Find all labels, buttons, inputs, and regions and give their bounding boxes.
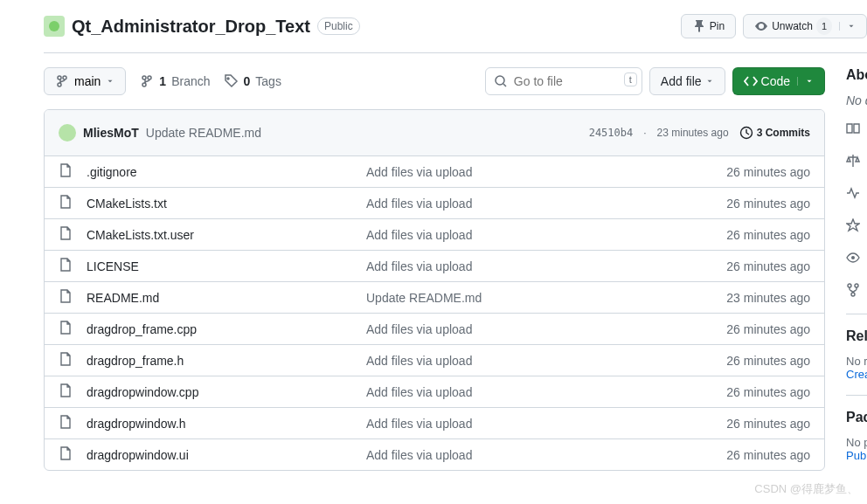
- branches-link[interactable]: 1 Branch: [140, 74, 210, 88]
- about-heading: About: [846, 67, 867, 83]
- search-icon: [494, 74, 508, 91]
- file-row: LICENSE Add files via upload 26 minutes …: [45, 251, 824, 282]
- license-icon[interactable]: [846, 154, 867, 170]
- file-toolbar: main 1 Branch 0 Tags: [44, 67, 825, 95]
- file-icon: [59, 446, 73, 463]
- unwatch-button[interactable]: Unwatch 1: [743, 14, 867, 38]
- file-name[interactable]: CMakeLists.txt: [87, 197, 366, 211]
- file-commit-message[interactable]: Add files via upload: [366, 417, 726, 431]
- file-row: README.md Update README.md 23 minutes ag…: [45, 282, 824, 314]
- file-commit-message[interactable]: Update README.md: [366, 291, 726, 305]
- tags-link[interactable]: 0 Tags: [225, 74, 281, 88]
- svg-point-6: [851, 293, 855, 296]
- file-name[interactable]: CMakeLists.txt.user: [87, 228, 366, 242]
- file-name[interactable]: dragdrop_frame.h: [87, 354, 366, 368]
- file-commit-message[interactable]: Add files via upload: [366, 448, 726, 462]
- file-row: dragdropwindow.h Add files via upload 26…: [45, 408, 824, 439]
- file-icon: [59, 226, 73, 243]
- packages-heading: Packages: [846, 410, 867, 425]
- tags-count: 0: [244, 74, 251, 88]
- branch-name: main: [74, 74, 101, 88]
- file-icon: [59, 383, 73, 400]
- no-description: No description, website, or topics provi…: [846, 93, 867, 107]
- file-time: 26 minutes ago: [726, 448, 810, 462]
- commits-link[interactable]: 3 Commits: [739, 126, 810, 140]
- file-name[interactable]: README.md: [87, 291, 366, 305]
- pin-icon: [692, 19, 706, 33]
- no-releases: No releases published: [846, 355, 867, 368]
- file-commit-message[interactable]: Add files via upload: [366, 228, 726, 242]
- watch-icon[interactable]: [846, 251, 867, 267]
- file-icon: [59, 352, 73, 369]
- file-search-input[interactable]: [485, 67, 642, 95]
- caret-down-icon: [705, 77, 714, 86]
- repo-header: Qt_Administrator_Drop_Text Public Pin Un…: [44, 14, 867, 53]
- file-commit-message[interactable]: Add files via upload: [366, 354, 726, 368]
- releases-heading: Releases: [846, 328, 867, 344]
- author-avatar[interactable]: [59, 124, 76, 142]
- repo-name[interactable]: Qt_Administrator_Drop_Text: [72, 17, 310, 37]
- file-row: dragdropwindow.cpp Add files via upload …: [45, 376, 824, 408]
- history-icon: [739, 126, 753, 140]
- svg-point-5: [855, 284, 858, 287]
- latest-commit-message[interactable]: Update README.md: [146, 126, 261, 140]
- file-commit-message[interactable]: Add files via upload: [366, 385, 726, 399]
- file-time: 26 minutes ago: [726, 259, 810, 273]
- publish-link[interactable]: Publish your first package: [846, 449, 867, 462]
- branch-select-button[interactable]: main: [44, 67, 126, 95]
- commit-time: 23 minutes ago: [657, 127, 729, 139]
- svg-point-4: [848, 284, 851, 287]
- commit-sha[interactable]: 24510b4: [589, 127, 634, 139]
- eye-icon: [754, 19, 768, 33]
- file-search: t: [485, 67, 642, 95]
- svg-point-1: [496, 76, 504, 85]
- add-file-button[interactable]: Add file: [649, 67, 725, 95]
- file-time: 23 minutes ago: [726, 291, 810, 305]
- repo-title-group: Qt_Administrator_Drop_Text Public: [44, 16, 360, 37]
- add-file-label: Add file: [661, 72, 702, 90]
- code-caret-icon: [797, 77, 814, 86]
- file-name[interactable]: dragdrop_frame.cpp: [87, 322, 366, 336]
- search-kbd: t: [624, 72, 637, 86]
- unwatch-caret-icon: [839, 22, 856, 31]
- file-time: 26 minutes ago: [726, 197, 810, 211]
- file-name[interactable]: LICENSE: [87, 259, 366, 273]
- file-name[interactable]: .gitignore: [87, 165, 366, 179]
- file-row: CMakeLists.txt Add files via upload 26 m…: [45, 188, 824, 219]
- create-release-link[interactable]: Create a new release: [846, 368, 867, 381]
- file-commit-message[interactable]: Add files via upload: [366, 197, 726, 211]
- branches-label: Branch: [171, 74, 210, 88]
- file-name[interactable]: dragdropwindow.ui: [87, 448, 366, 462]
- sidebar: About No description, website, or topics…: [846, 67, 867, 462]
- unwatch-label: Unwatch: [772, 17, 813, 35]
- file-name[interactable]: dragdropwindow.h: [87, 417, 366, 431]
- fork-icon[interactable]: [846, 283, 867, 300]
- file-commit-message[interactable]: Add files via upload: [366, 322, 726, 336]
- readme-icon[interactable]: [846, 121, 867, 138]
- file-commit-message[interactable]: Add files via upload: [366, 259, 726, 273]
- file-list-box: MliesMoT Update README.md 24510b4 · 23 m…: [44, 109, 825, 471]
- code-button[interactable]: Code: [732, 67, 825, 95]
- repo-avatar: [44, 16, 65, 37]
- file-icon: [59, 321, 73, 337]
- svg-point-3: [851, 256, 855, 259]
- activity-icon[interactable]: [846, 186, 867, 203]
- file-time: 26 minutes ago: [726, 385, 810, 399]
- pin-button[interactable]: Pin: [681, 14, 736, 38]
- star-icon[interactable]: [846, 218, 867, 235]
- file-time: 26 minutes ago: [726, 354, 810, 368]
- repo-avatar-icon: [47, 19, 61, 33]
- code-icon: [744, 74, 758, 88]
- file-icon: [59, 195, 73, 211]
- author-name[interactable]: MliesMoT: [83, 126, 139, 140]
- file-row: dragdropwindow.ui Add files via upload 2…: [45, 439, 824, 470]
- file-commit-message[interactable]: Add files via upload: [366, 165, 726, 179]
- code-label: Code: [761, 72, 790, 90]
- branch-icon: [55, 74, 69, 88]
- file-name[interactable]: dragdropwindow.cpp: [87, 385, 366, 399]
- file-row: dragdrop_frame.h Add files via upload 26…: [45, 345, 824, 376]
- commit-separator: ·: [643, 127, 646, 139]
- branch-icon: [140, 74, 154, 88]
- header-actions: Pin Unwatch 1: [681, 14, 867, 38]
- file-row: .gitignore Add files via upload 26 minut…: [45, 156, 824, 188]
